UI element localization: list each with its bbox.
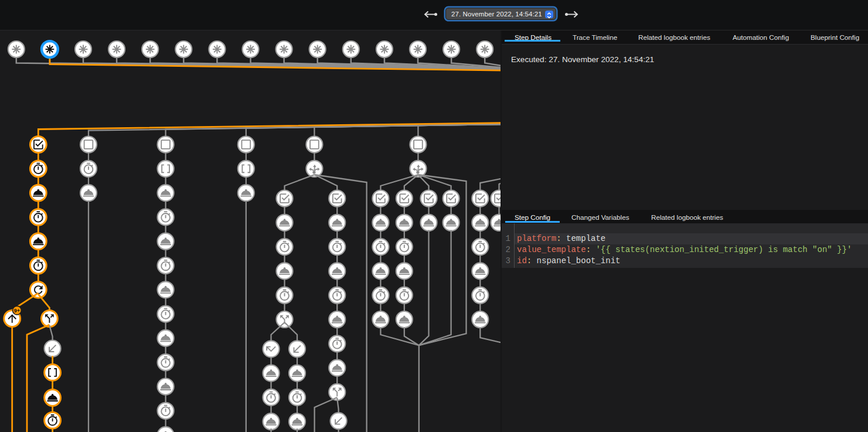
svg-text:9+: 9+ [14,308,20,314]
